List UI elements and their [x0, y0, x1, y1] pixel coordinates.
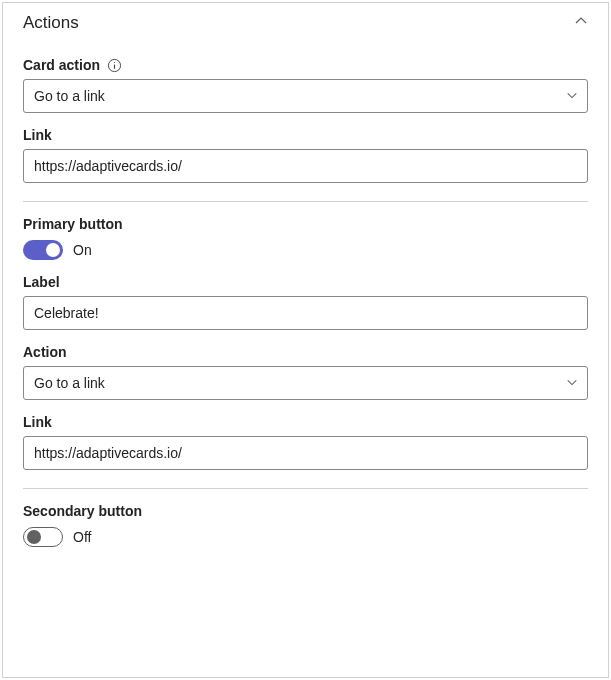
primary-button-toggle[interactable] — [23, 240, 63, 260]
secondary-button-toggle[interactable] — [23, 527, 63, 547]
primary-button-heading: Primary button — [23, 216, 123, 232]
toggle-knob — [27, 530, 41, 544]
card-action-select[interactable]: Go to a link — [23, 79, 588, 113]
card-action-link-label-row: Link — [23, 127, 588, 143]
card-action-select-wrap: Go to a link — [23, 79, 588, 113]
toggle-knob — [46, 243, 60, 257]
card-action-link-input[interactable] — [23, 149, 588, 183]
secondary-button-toggle-row: Off — [23, 527, 588, 547]
primary-button-action-select-wrap: Go to a link — [23, 366, 588, 400]
primary-button-label-field-label: Label — [23, 274, 60, 290]
primary-button-label-field-row: Label — [23, 274, 588, 290]
actions-panel-body: Card action Go to a link Link — [3, 57, 608, 567]
primary-button-toggle-state: On — [73, 242, 92, 258]
primary-button-action-label-row: Action — [23, 344, 588, 360]
secondary-button-toggle-state: Off — [73, 529, 91, 545]
actions-panel-header[interactable]: Actions — [3, 3, 608, 43]
secondary-button-heading-row: Secondary button — [23, 503, 588, 519]
primary-button-link-label-row: Link — [23, 414, 588, 430]
primary-button-action-select[interactable]: Go to a link — [23, 366, 588, 400]
actions-panel-title: Actions — [23, 13, 79, 33]
divider — [23, 201, 588, 202]
card-action-link-label: Link — [23, 127, 52, 143]
primary-button-link-label: Link — [23, 414, 52, 430]
secondary-button-heading: Secondary button — [23, 503, 142, 519]
primary-button-heading-row: Primary button — [23, 216, 588, 232]
primary-button-action-label: Action — [23, 344, 67, 360]
card-action-label: Card action — [23, 57, 100, 73]
chevron-up-icon — [574, 14, 588, 32]
card-action-label-row: Card action — [23, 57, 588, 73]
primary-button-label-input[interactable] — [23, 296, 588, 330]
primary-button-link-input[interactable] — [23, 436, 588, 470]
info-icon[interactable] — [106, 57, 122, 73]
actions-panel: Actions Card action Go to a link — [2, 2, 609, 678]
divider — [23, 488, 588, 489]
svg-point-2 — [113, 61, 114, 62]
primary-button-toggle-row: On — [23, 240, 588, 260]
